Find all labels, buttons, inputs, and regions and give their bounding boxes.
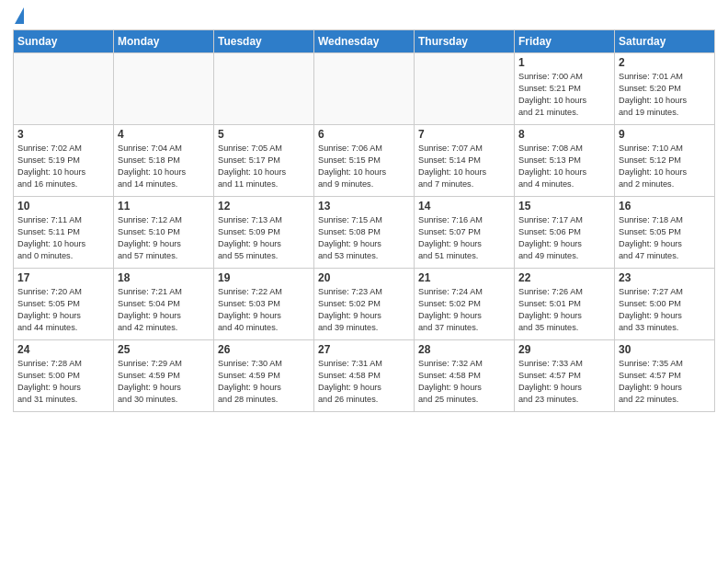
calendar-cell: 18Sunrise: 7:21 AM Sunset: 5:04 PM Dayli… (114, 269, 214, 340)
calendar-cell: 11Sunrise: 7:12 AM Sunset: 5:10 PM Dayli… (114, 197, 214, 269)
page: SundayMondayTuesdayWednesdayThursdayFrid… (0, 0, 728, 425)
day-number: 24 (17, 343, 109, 356)
day-number: 17 (17, 271, 109, 284)
logo-top (13, 9, 24, 24)
calendar-cell (14, 53, 114, 125)
day-number: 28 (418, 343, 510, 356)
calendar-cell: 27Sunrise: 7:31 AM Sunset: 4:58 PM Dayli… (314, 340, 415, 412)
calendar-cell (314, 53, 415, 125)
calendar-week-1: 3Sunrise: 7:02 AM Sunset: 5:19 PM Daylig… (14, 125, 715, 197)
calendar-cell: 7Sunrise: 7:07 AM Sunset: 5:14 PM Daylig… (415, 125, 515, 197)
calendar-cell: 3Sunrise: 7:02 AM Sunset: 5:19 PM Daylig… (14, 125, 114, 197)
day-number: 4 (118, 128, 210, 141)
calendar-cell (114, 53, 214, 125)
day-info: Sunrise: 7:23 AM Sunset: 5:02 PM Dayligh… (318, 286, 410, 334)
calendar-header-saturday: Saturday (615, 30, 715, 53)
calendar-cell: 19Sunrise: 7:22 AM Sunset: 5:03 PM Dayli… (214, 269, 314, 340)
calendar-cell: 22Sunrise: 7:26 AM Sunset: 5:01 PM Dayli… (515, 269, 615, 340)
day-number: 29 (518, 343, 610, 356)
calendar-cell: 16Sunrise: 7:18 AM Sunset: 5:05 PM Dayli… (615, 197, 715, 269)
logo-arrow-icon (15, 7, 24, 24)
calendar-header-thursday: Thursday (415, 30, 515, 53)
calendar-week-4: 24Sunrise: 7:28 AM Sunset: 5:00 PM Dayli… (14, 340, 715, 412)
day-info: Sunrise: 7:18 AM Sunset: 5:05 PM Dayligh… (619, 214, 711, 262)
day-number: 5 (218, 128, 310, 141)
day-info: Sunrise: 7:27 AM Sunset: 5:00 PM Dayligh… (619, 286, 711, 334)
day-info: Sunrise: 7:33 AM Sunset: 4:57 PM Dayligh… (518, 358, 610, 406)
day-number: 19 (218, 271, 310, 284)
day-info: Sunrise: 7:06 AM Sunset: 5:15 PM Dayligh… (318, 143, 410, 190)
logo (13, 9, 24, 24)
calendar-cell: 29Sunrise: 7:33 AM Sunset: 4:57 PM Dayli… (515, 340, 615, 412)
calendar-cell: 25Sunrise: 7:29 AM Sunset: 4:59 PM Dayli… (114, 340, 214, 412)
calendar-cell: 26Sunrise: 7:30 AM Sunset: 4:59 PM Dayli… (214, 340, 314, 412)
day-number: 8 (518, 128, 610, 141)
day-info: Sunrise: 7:21 AM Sunset: 5:04 PM Dayligh… (118, 286, 210, 334)
day-number: 23 (619, 271, 711, 284)
day-number: 2 (619, 56, 711, 69)
day-info: Sunrise: 7:16 AM Sunset: 5:07 PM Dayligh… (418, 214, 510, 262)
calendar-cell: 12Sunrise: 7:13 AM Sunset: 5:09 PM Dayli… (214, 197, 314, 269)
calendar-cell: 5Sunrise: 7:05 AM Sunset: 5:17 PM Daylig… (214, 125, 314, 197)
day-number: 27 (318, 343, 410, 356)
day-number: 1 (518, 56, 610, 69)
header (13, 9, 715, 24)
calendar-header-wednesday: Wednesday (314, 30, 415, 53)
calendar-cell: 10Sunrise: 7:11 AM Sunset: 5:11 PM Dayli… (14, 197, 114, 269)
calendar-header-row: SundayMondayTuesdayWednesdayThursdayFrid… (14, 30, 715, 53)
day-number: 9 (619, 128, 711, 141)
calendar-table: SundayMondayTuesdayWednesdayThursdayFrid… (13, 29, 715, 412)
day-info: Sunrise: 7:17 AM Sunset: 5:06 PM Dayligh… (518, 214, 610, 262)
day-info: Sunrise: 7:24 AM Sunset: 5:02 PM Dayligh… (418, 286, 510, 334)
day-info: Sunrise: 7:28 AM Sunset: 5:00 PM Dayligh… (17, 358, 109, 406)
calendar-cell: 21Sunrise: 7:24 AM Sunset: 5:02 PM Dayli… (415, 269, 515, 340)
day-info: Sunrise: 7:22 AM Sunset: 5:03 PM Dayligh… (218, 286, 310, 334)
calendar-header-sunday: Sunday (14, 30, 114, 53)
day-info: Sunrise: 7:31 AM Sunset: 4:58 PM Dayligh… (318, 358, 410, 406)
calendar-header-friday: Friday (515, 30, 615, 53)
day-number: 15 (518, 200, 610, 213)
calendar-week-0: 1Sunrise: 7:00 AM Sunset: 5:21 PM Daylig… (14, 53, 715, 125)
day-info: Sunrise: 7:32 AM Sunset: 4:58 PM Dayligh… (418, 358, 510, 406)
day-number: 13 (318, 200, 410, 213)
day-number: 21 (418, 271, 510, 284)
calendar-cell (415, 53, 515, 125)
day-info: Sunrise: 7:20 AM Sunset: 5:05 PM Dayligh… (17, 286, 109, 334)
day-info: Sunrise: 7:26 AM Sunset: 5:01 PM Dayligh… (518, 286, 610, 334)
day-number: 3 (17, 128, 109, 141)
calendar-cell: 14Sunrise: 7:16 AM Sunset: 5:07 PM Dayli… (415, 197, 515, 269)
calendar-cell: 24Sunrise: 7:28 AM Sunset: 5:00 PM Dayli… (14, 340, 114, 412)
day-info: Sunrise: 7:30 AM Sunset: 4:59 PM Dayligh… (218, 358, 310, 406)
day-info: Sunrise: 7:00 AM Sunset: 5:21 PM Dayligh… (518, 71, 610, 119)
calendar-header-monday: Monday (114, 30, 214, 53)
day-info: Sunrise: 7:05 AM Sunset: 5:17 PM Dayligh… (218, 143, 310, 190)
day-info: Sunrise: 7:10 AM Sunset: 5:12 PM Dayligh… (619, 143, 711, 190)
day-number: 16 (619, 200, 711, 213)
day-info: Sunrise: 7:11 AM Sunset: 5:11 PM Dayligh… (17, 214, 109, 262)
day-info: Sunrise: 7:13 AM Sunset: 5:09 PM Dayligh… (218, 214, 310, 262)
calendar-cell: 9Sunrise: 7:10 AM Sunset: 5:12 PM Daylig… (615, 125, 715, 197)
day-info: Sunrise: 7:08 AM Sunset: 5:13 PM Dayligh… (518, 143, 610, 190)
day-number: 7 (418, 128, 510, 141)
calendar-cell: 6Sunrise: 7:06 AM Sunset: 5:15 PM Daylig… (314, 125, 415, 197)
calendar-cell (214, 53, 314, 125)
calendar-cell: 23Sunrise: 7:27 AM Sunset: 5:00 PM Dayli… (615, 269, 715, 340)
day-number: 11 (118, 200, 210, 213)
day-number: 6 (318, 128, 410, 141)
day-number: 26 (218, 343, 310, 356)
day-number: 30 (619, 343, 711, 356)
day-number: 18 (118, 271, 210, 284)
calendar-week-3: 17Sunrise: 7:20 AM Sunset: 5:05 PM Dayli… (14, 269, 715, 340)
calendar-cell: 13Sunrise: 7:15 AM Sunset: 5:08 PM Dayli… (314, 197, 415, 269)
calendar-week-2: 10Sunrise: 7:11 AM Sunset: 5:11 PM Dayli… (14, 197, 715, 269)
day-number: 22 (518, 271, 610, 284)
calendar-cell: 2Sunrise: 7:01 AM Sunset: 5:20 PM Daylig… (615, 53, 715, 125)
calendar-cell: 8Sunrise: 7:08 AM Sunset: 5:13 PM Daylig… (515, 125, 615, 197)
day-info: Sunrise: 7:04 AM Sunset: 5:18 PM Dayligh… (118, 143, 210, 190)
day-info: Sunrise: 7:07 AM Sunset: 5:14 PM Dayligh… (418, 143, 510, 190)
day-info: Sunrise: 7:12 AM Sunset: 5:10 PM Dayligh… (118, 214, 210, 262)
day-number: 14 (418, 200, 510, 213)
day-number: 10 (17, 200, 109, 213)
day-info: Sunrise: 7:15 AM Sunset: 5:08 PM Dayligh… (318, 214, 410, 262)
day-number: 12 (218, 200, 310, 213)
